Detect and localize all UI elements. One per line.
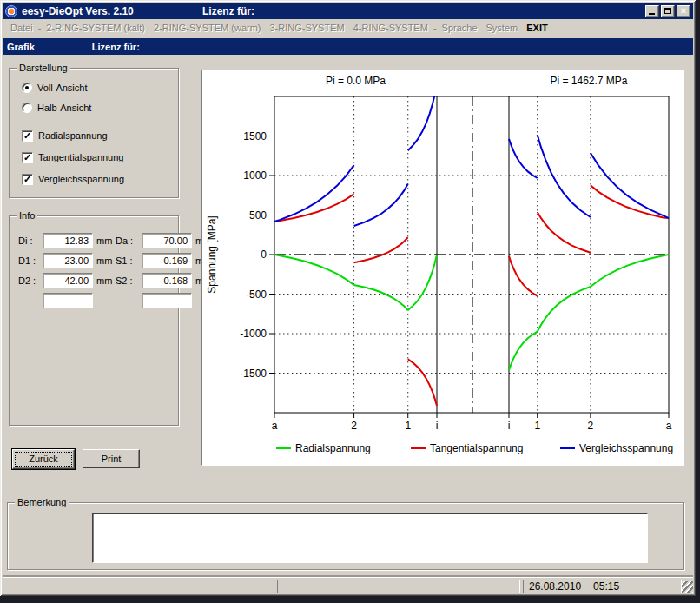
info-field-label: Da : (116, 235, 142, 246)
y-tick-label: -1000 (240, 328, 267, 340)
title-bar: eesy-DieOpt Vers. 2.10 Lizenz für: × (3, 3, 693, 19)
left-plot-title: Pi = 0.0 MPa (326, 75, 386, 87)
info-field-empty (43, 293, 93, 308)
bemerkung-textarea[interactable] (92, 513, 648, 563)
status-panel-2 (277, 580, 520, 593)
app-window: eesy-DieOpt Vers. 2.10 Lizenz für: × Dat… (0, 0, 696, 596)
x-tick-label: 2 (588, 420, 594, 432)
series-vergleichsspannung-left (274, 84, 437, 226)
app-icon (5, 5, 17, 17)
menu-bar: Datei-2-RING-SYSTEM (kalt)2-RING-SYSTEM … (3, 19, 693, 36)
info-field-label: S2 : (116, 275, 142, 286)
radio-voll-ansicht-label: Voll-Ansicht (37, 83, 87, 93)
subbar-license-label: Lizenz für: (92, 42, 140, 52)
checkbox-radialspannung-label: Radialspannung (38, 130, 108, 141)
y-tick-label: -1500 (240, 368, 267, 380)
minimize-icon (649, 13, 655, 15)
status-bar: 26.08.2010 05:15 (3, 577, 693, 593)
info-field-d1: 23.00 (43, 253, 93, 268)
status-time: 05:15 (593, 580, 619, 593)
x-tick-label: 1 (405, 420, 411, 432)
x-tick-label: a (272, 420, 278, 432)
radio-icon[interactable] (22, 83, 32, 93)
info-field-unit: mm (93, 255, 116, 266)
y-axis-label: Spannung [MPa] (206, 215, 218, 293)
menu-item-sprache[interactable]: Sprache (438, 21, 482, 35)
darstellung-group: Darstellung Voll-AnsichtHalb-Ansicht✓Rad… (9, 68, 179, 198)
info-field-s2: 0.168 (142, 273, 192, 288)
checkbox-radialspannung[interactable]: ✓Radialspannung (22, 129, 108, 142)
status-panel-1 (3, 580, 274, 593)
legend-label: Tangentialspannung (430, 442, 523, 454)
status-panel-datetime: 26.08.2010 05:15 (523, 580, 682, 593)
info-group: Info Di :12.83mmDa :70.00mmD1 :23.00mmS1… (9, 215, 179, 426)
radio-halb-ansicht-label: Halb-Ansicht (37, 103, 91, 113)
legend-label: Radialspannung (295, 442, 371, 454)
info-field-d2: 42.00 (43, 273, 93, 288)
x-tick-label: 1 (534, 420, 540, 432)
radio-voll-ansicht[interactable]: Voll-Ansicht (22, 82, 87, 94)
checkbox-icon[interactable]: ✓ (22, 174, 33, 185)
bemerkung-group: Bemerkung (7, 502, 684, 570)
x-tick-label: i (508, 420, 511, 432)
checkbox-tangentialspannung-label: Tangentialspannung (38, 152, 123, 162)
stress-chart: 150010005000-500-1000-1500a21ii12aPi = 0… (202, 70, 683, 465)
info-field-label: Di : (18, 235, 43, 246)
x-tick-label: a (666, 420, 672, 432)
info-field-unit: mm (93, 275, 116, 286)
close-button[interactable]: × (677, 5, 690, 17)
y-tick-label: 1000 (243, 169, 267, 182)
radio-halb-ansicht[interactable]: Halb-Ansicht (22, 102, 91, 114)
menu-item-3-ring-system[interactable]: 3-RING-SYSTEM (266, 21, 349, 35)
menu-item-system[interactable]: System (482, 21, 523, 35)
child-window-title: Grafik (7, 42, 35, 52)
menu-item-exit[interactable]: EXIT (522, 21, 551, 35)
status-date: 26.08.2010 (529, 580, 581, 593)
right-plot-title: Pi = 1462.7 MPa (550, 75, 627, 87)
menu-item-4-ring-system[interactable]: 4-RING-SYSTEM (349, 21, 433, 35)
menu-item-2-ring-system-warm[interactable]: 2-RING-SYSTEM (warm) (149, 21, 265, 35)
legend-label: Vergleichsspannung (579, 442, 673, 454)
darstellung-group-title: Darstellung (17, 63, 70, 73)
info-field-da: 70.00 (142, 233, 192, 248)
series-vergleichsspannung-right (509, 135, 669, 218)
zurueck-button[interactable]: Zurück (12, 449, 75, 469)
y-tick-label: -500 (246, 288, 267, 301)
child-title-bar: Grafik Lizenz für: (3, 38, 693, 55)
info-group-title: Info (17, 210, 37, 221)
info-field-unit: mm (93, 235, 116, 246)
menu-item-datei[interactable]: Datei (6, 21, 37, 35)
checkbox-icon[interactable]: ✓ (22, 152, 33, 163)
titlebar-license-label: Lizenz für: (202, 5, 645, 17)
series-tangentialspannung-right (509, 185, 669, 295)
window-title: eesy-DieOpt Vers. 2.10 (22, 5, 202, 17)
close-icon: × (677, 5, 690, 16)
maximize-button[interactable] (661, 5, 675, 17)
y-tick-label: 500 (249, 209, 267, 222)
resize-grip[interactable] (682, 581, 693, 593)
info-field-label: D2 : (18, 275, 43, 286)
series-radialspannung-right (509, 255, 669, 370)
checkbox-vergleichsspannung-label: Vergleichsspannung (38, 174, 124, 184)
info-field-empty (142, 293, 192, 308)
checkbox-vergleichsspannung[interactable]: ✓Vergleichsspannung (22, 173, 124, 185)
y-tick-label: 0 (261, 248, 267, 261)
info-grid: Di :12.83mmDa :70.00mmD1 :23.00mmS1 :0.1… (18, 230, 213, 310)
checkbox-icon[interactable]: ✓ (22, 130, 33, 142)
info-field-di: 12.83 (43, 233, 93, 248)
radio-icon[interactable] (22, 103, 32, 113)
info-field-label: D1 : (18, 255, 43, 266)
maximize-icon (664, 8, 671, 14)
x-tick-label: 2 (351, 420, 357, 432)
menu-item-2-ring-system-kalt[interactable]: 2-RING-SYSTEM (kalt) (42, 21, 149, 35)
bemerkung-group-title: Bemerkung (15, 497, 69, 507)
checkbox-tangentialspannung[interactable]: ✓Tangentialspannung (22, 151, 123, 163)
y-tick-label: 1500 (243, 130, 267, 142)
chart-panel: 150010005000-500-1000-1500a21ii12aPi = 0… (201, 70, 684, 466)
info-field-s1: 0.169 (142, 253, 192, 268)
print-button[interactable]: Print (83, 449, 140, 468)
x-tick-label: i (436, 420, 439, 432)
minimize-button[interactable] (645, 5, 659, 17)
info-field-label: S1 : (116, 255, 142, 266)
